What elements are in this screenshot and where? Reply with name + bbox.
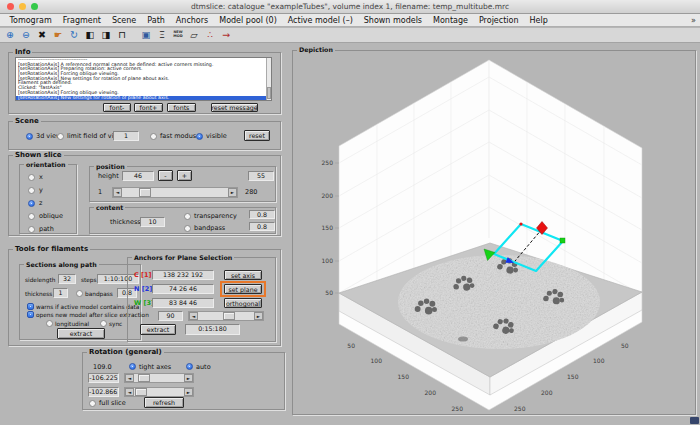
fast-modus-radio[interactable]: [150, 133, 157, 140]
markers-icon[interactable]: ∴: [204, 29, 216, 41]
rotate-3d-icon[interactable]: ↻: [68, 29, 80, 41]
rotation-slider2-thumb[interactable]: [135, 388, 147, 396]
orientation-z-radio[interactable]: [28, 200, 35, 207]
transparency-field[interactable]: 0.8: [249, 210, 275, 219]
full-slice-radio[interactable]: [89, 400, 96, 407]
tight-axes-radio[interactable]: [129, 363, 136, 370]
menu-anchors[interactable]: Anchors: [170, 16, 213, 25]
save-icon[interactable]: ▣: [140, 29, 152, 41]
menu-projection[interactable]: Projection: [473, 16, 524, 25]
position-slider[interactable]: ◄ ►: [112, 187, 238, 198]
menu-model-pool[interactable]: Model pool (0): [214, 16, 283, 25]
font-minus-button[interactable]: font-: [103, 103, 131, 112]
reset-message-button[interactable]: reset message: [211, 103, 258, 112]
pan-icon[interactable]: ✖: [36, 29, 48, 41]
fov-field[interactable]: 1: [113, 131, 139, 141]
transparency-radio[interactable]: [184, 213, 191, 220]
auto-radio[interactable]: [186, 363, 193, 370]
zoom-in-icon[interactable]: ⊕: [4, 29, 16, 41]
longitudinal-radio[interactable]: [46, 320, 53, 327]
angle-slider-thumb[interactable]: [223, 312, 235, 320]
height-field[interactable]: 46: [122, 171, 154, 181]
angle-slider-right-arrow[interactable]: ►: [254, 312, 263, 320]
position-slider-thumb[interactable]: [139, 188, 151, 197]
position-right-field[interactable]: 55: [248, 171, 274, 181]
depiction-3d-view[interactable]: 250 200 150 100 50 50 100 150 200 250 50…: [293, 51, 695, 413]
warn-checkbox[interactable]: [27, 303, 34, 310]
rotation-slider2-left-arrow[interactable]: ◄: [125, 388, 134, 396]
contrast-dark-icon[interactable]: ◧: [84, 29, 96, 41]
menu-scene[interactable]: Scene: [106, 16, 141, 25]
intensity-profile-icon[interactable]: ⊓: [116, 29, 128, 41]
angle-field[interactable]: 90: [158, 311, 183, 321]
sections-thickness-field[interactable]: 1: [53, 288, 68, 298]
anchor-w-field[interactable]: 83 84 46: [152, 298, 214, 308]
rotation-slider-2[interactable]: ◄ ►: [124, 387, 194, 397]
orthogonal-button[interactable]: orthogonal: [224, 298, 262, 308]
export-icon[interactable]: →: [220, 29, 232, 41]
resize-grip[interactable]: [690, 417, 699, 424]
info-line-selected[interactable]: [setRotationAxis] New settings for rotat…: [16, 96, 271, 101]
menu-tomogram[interactable]: Tomogram: [4, 16, 57, 25]
spool-icon[interactable]: Ξ: [156, 29, 168, 41]
rotation-slider2-right-arrow[interactable]: ►: [184, 388, 193, 396]
rotation-value2-field[interactable]: -102.8661: [88, 387, 119, 397]
info-listbox[interactable]: ----------------------------------------…: [15, 57, 272, 101]
new-model-icon[interactable]: NEW MOD: [172, 29, 184, 41]
fonts-button[interactable]: fonts: [167, 103, 196, 112]
rotation-slider1-right-arrow[interactable]: ►: [184, 374, 193, 382]
limit-fov-radio[interactable]: [57, 133, 64, 140]
angle-slider-left-arrow[interactable]: ◄: [189, 312, 198, 320]
anchors-extract-button[interactable]: extract: [140, 324, 176, 335]
scene-reset-button[interactable]: reset: [244, 130, 270, 141]
menu-montage[interactable]: Montage: [428, 16, 474, 25]
height-minus-button[interactable]: -: [158, 170, 173, 181]
tools-title: Tools for filaments: [13, 245, 90, 253]
menu-path[interactable]: Path: [142, 16, 171, 25]
dtmslice-window: dtmslice: catalogue "exampleTubes", volu…: [0, 0, 700, 425]
rotation-slider1-left-arrow[interactable]: ◄: [125, 374, 134, 382]
range-field[interactable]: 0:15:180: [185, 324, 240, 335]
orientation-path-radio[interactable]: [28, 226, 35, 233]
menu-help[interactable]: Help: [524, 16, 553, 25]
info-scrollbar-thumb[interactable]: [267, 87, 271, 99]
content-bandpass-radio[interactable]: [184, 225, 191, 232]
orientation-y-radio[interactable]: [28, 187, 35, 194]
anchor-n-field[interactable]: 74 26 46: [152, 284, 214, 294]
zoom-out-icon[interactable]: ⊖: [20, 29, 32, 41]
sync-radio[interactable]: [100, 320, 107, 327]
angle-slider[interactable]: ◄ ►: [188, 311, 264, 321]
orientation-x-radio[interactable]: [28, 174, 35, 181]
set-plane-button[interactable]: set plane: [224, 284, 262, 294]
position-slider-right-arrow[interactable]: ►: [228, 188, 237, 197]
sections-extract-button[interactable]: extract: [57, 328, 105, 339]
contrast-light-icon[interactable]: ◨: [100, 29, 112, 41]
menu-active-model[interactable]: Active model (–): [282, 16, 358, 25]
menu-fragment[interactable]: Fragment: [57, 16, 106, 25]
position-slider-left-arrow[interactable]: ◄: [113, 188, 122, 197]
visible-radio[interactable]: [196, 133, 203, 140]
orientation-oblique-radio[interactable]: [28, 213, 35, 220]
rotation-slider1-thumb[interactable]: [138, 374, 150, 382]
anchor-c-field[interactable]: 138 232 192: [152, 270, 214, 280]
anchor-w-label: W [3]: [134, 300, 154, 307]
menu-overflow-icon[interactable]: »: [691, 16, 700, 25]
refresh-button[interactable]: refresh: [144, 397, 184, 408]
open-new-checkbox[interactable]: [27, 311, 34, 318]
3d-view-radio[interactable]: [26, 133, 33, 140]
sections-bandpass-radio[interactable]: [76, 290, 83, 297]
rotation-value1-field[interactable]: -106.225: [88, 373, 119, 383]
thickness-field[interactable]: 10: [140, 217, 165, 227]
width-anchor-square[interactable]: [560, 238, 565, 243]
corner-anchor-dot[interactable]: [519, 222, 522, 225]
duplicate-icon[interactable]: ▱: [188, 29, 200, 41]
set-axis-button[interactable]: set axis: [224, 270, 262, 280]
rotation-slider-1[interactable]: ◄ ►: [124, 373, 194, 383]
sidelength-field[interactable]: 32: [58, 274, 76, 284]
height-plus-button[interactable]: +: [177, 170, 192, 181]
content-bandpass-field[interactable]: 0.8: [249, 222, 275, 231]
info-scrollbar[interactable]: [266, 58, 271, 100]
font-plus-button[interactable]: font+: [134, 103, 163, 112]
hand-icon[interactable]: ☛: [52, 29, 64, 41]
menu-shown-models[interactable]: Shown models: [358, 16, 427, 25]
